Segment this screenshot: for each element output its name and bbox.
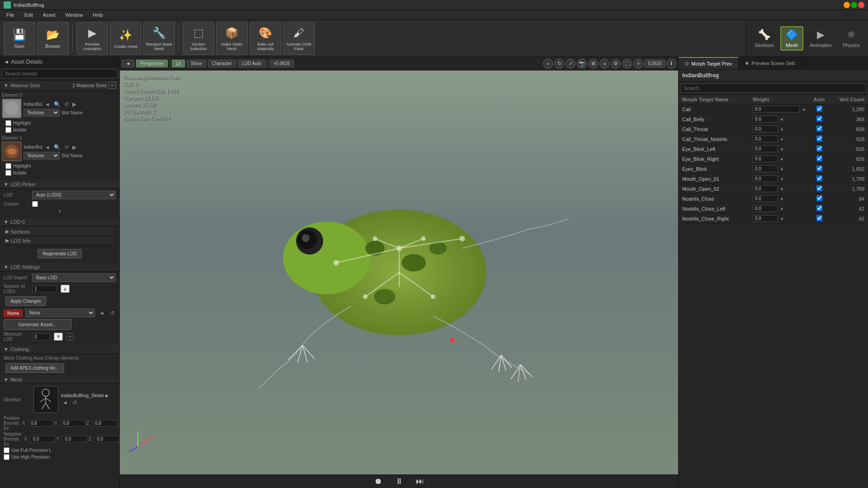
material0-nav-btn[interactable]: ◄ (43, 101, 52, 108)
lod0-info-header[interactable]: ▶ LOD Info (5, 236, 114, 245)
weight-ctn-arrow[interactable]: ◄ (779, 137, 783, 141)
perspective-button[interactable]: Perspective (136, 60, 168, 67)
apply-changes-button[interactable]: Apply Changes (5, 296, 46, 306)
pos-bounds-x[interactable] (28, 420, 53, 427)
asset-details-header[interactable]: ◄ Asset Details (0, 57, 119, 67)
lit-button[interactable]: Lit (172, 60, 185, 67)
lod0-header[interactable]: ▼ LOD 0 (0, 218, 119, 226)
generate-asset-button[interactable]: Generate Asset... (4, 319, 71, 330)
tab-physics[interactable]: ⚛ Physics (838, 27, 864, 50)
add-material-slot-button[interactable]: + (108, 82, 116, 89)
menu-file[interactable]: File (2, 11, 19, 19)
auto-call-check[interactable] (816, 106, 822, 112)
min-lod-input[interactable] (32, 333, 50, 340)
material1-reset-btn[interactable]: ↺ (63, 144, 70, 151)
weight-call-throat-input[interactable] (753, 126, 778, 132)
weight-call-throat-arrow[interactable]: ◄ (779, 127, 783, 131)
vp-icon-camera[interactable]: 📷 (577, 59, 587, 69)
material0-reset-btn[interactable]: ↺ (63, 101, 70, 108)
next-button[interactable]: ⏭ (413, 476, 427, 487)
material0-highlight-check[interactable] (5, 120, 11, 126)
vp-icon-rotate[interactable]: ↻ (554, 59, 564, 69)
weight-mo1-input[interactable] (753, 175, 778, 182)
weight-mo2-arrow[interactable]: ◄ (779, 187, 783, 191)
remport-base-mesh-button[interactable]: 🔧 Remport Base Mesh (143, 22, 175, 55)
show-button[interactable]: Show (187, 60, 206, 67)
material1-browse-btn[interactable]: 🔍 (52, 144, 62, 151)
material1-highlight-check[interactable] (5, 163, 11, 169)
tab-skeleton[interactable]: 🦴 Skeleton (750, 27, 778, 50)
bake-out-materials-button[interactable]: 🎨 Bake out Materials (250, 22, 281, 55)
browse-button[interactable]: 📂 Browse (37, 22, 69, 55)
close-btn[interactable] (858, 2, 864, 8)
vp-icon-translate[interactable]: + (543, 59, 553, 69)
min-lod-down[interactable]: ▼ (54, 333, 63, 341)
regenerate-lod-button[interactable]: Regenerate LOD (38, 249, 82, 258)
material0-browse-btn[interactable]: 🔍 (52, 101, 62, 108)
scale-button[interactable]: ×0.0625 (269, 60, 294, 67)
skeleton-nav-btn[interactable]: ◄ (61, 399, 69, 406)
neg-bounds-y[interactable] (62, 436, 87, 442)
skeleton-refresh-btn[interactable]: ↺ (71, 399, 78, 406)
lod-custom-check[interactable] (32, 201, 38, 207)
weight-ncr-arrow[interactable]: ◄ (779, 216, 783, 221)
minimize-btn[interactable] (844, 2, 850, 8)
weight-mo2-input[interactable] (753, 185, 778, 192)
preview-animation-button[interactable]: ▶ Preview Animation (76, 22, 108, 55)
vp-icon-list[interactable]: ≡ (599, 59, 609, 69)
weight-nc-input[interactable] (753, 195, 778, 202)
menu-asset[interactable]: Asset (38, 11, 60, 19)
weight-eb-input[interactable] (753, 165, 778, 172)
min-lod-plus[interactable]: + (66, 333, 74, 340)
morph-search-input[interactable] (680, 84, 866, 93)
vp-icon-settings[interactable]: ⚙ (611, 59, 621, 69)
lod-settings-header[interactable]: ▼ LOD Settings (0, 263, 119, 272)
neg-bounds-x[interactable] (30, 436, 55, 442)
weight-ncr-input[interactable] (753, 215, 778, 222)
vp-icon-move[interactable]: ⊹ (633, 59, 643, 69)
vp-icon-grid[interactable]: ⊞ (588, 59, 598, 69)
lod-nav-back[interactable]: ◄ (98, 310, 106, 317)
vp-icon-info[interactable]: ℹ (666, 59, 676, 69)
save-button[interactable]: 💾 Save (4, 22, 35, 55)
weight-ebr-input[interactable] (753, 155, 778, 162)
weight-ctn-input[interactable] (753, 136, 778, 142)
weight-nc-arrow[interactable]: ◄ (779, 197, 783, 201)
vp-icon-scale[interactable]: ⤢ (566, 59, 576, 69)
viewport-content[interactable]: Previewing Reference Pose LOD: 0 Current… (120, 70, 678, 474)
auto-mo1-check[interactable] (816, 175, 822, 181)
clothing-header[interactable]: ▼ Clothing (0, 345, 119, 354)
lod0-sections-header[interactable]: ▶ Sections (5, 227, 114, 236)
lod-dropdown[interactable]: Auto (LOD0) (32, 191, 116, 199)
material1-type-dropdown[interactable]: Textures (24, 152, 60, 160)
weight-ncl-input[interactable] (753, 205, 778, 212)
record-button[interactable]: ⏺ (372, 476, 385, 487)
auto-nc-check[interactable] (816, 195, 822, 201)
menu-help[interactable]: Help (88, 11, 108, 19)
lod-picker-header[interactable]: ▼ LOD Picker (0, 180, 119, 189)
weight-call-input[interactable] (753, 106, 800, 113)
auto-ncl-check[interactable] (816, 205, 822, 211)
lod-picker-chevron[interactable]: ▼ (57, 209, 62, 214)
weight-eb-arrow[interactable]: ◄ (779, 167, 783, 171)
tab-animation[interactable]: ▶ Animation (805, 27, 836, 50)
auto-ncr-check[interactable] (816, 215, 822, 221)
weight-call-belly-arrow[interactable]: ◄ (779, 117, 783, 122)
mesh-section-header[interactable]: ▼ Mesh (0, 375, 119, 384)
search-details-input[interactable] (2, 69, 118, 78)
lod-auto-button[interactable]: LOD Auto (238, 60, 265, 67)
create-asset-button[interactable]: ✨ Create Asset (110, 22, 142, 55)
num-lods-input[interactable] (32, 286, 57, 292)
auto-ebl-check[interactable] (816, 145, 822, 151)
auto-ebr-check[interactable] (816, 155, 822, 161)
vp-icon-resize[interactable]: ⛶ (622, 59, 632, 69)
auto-eb-check[interactable] (816, 165, 822, 171)
tab-mesh[interactable]: 🔷 Mesh (780, 26, 803, 51)
section-selection-button[interactable]: ⬚ Section Selection (183, 22, 214, 55)
material1-isolate-check[interactable] (5, 170, 11, 176)
material1-nav-btn[interactable]: ◄ (43, 144, 52, 151)
weight-call-belly-input[interactable] (753, 116, 778, 122)
morph-target-prev-tab[interactable]: ◇ Morph Target Prev (679, 57, 739, 69)
material1-more-btn[interactable]: ▶ (71, 144, 78, 151)
vp-nav-btn[interactable]: ◄ (122, 60, 134, 67)
